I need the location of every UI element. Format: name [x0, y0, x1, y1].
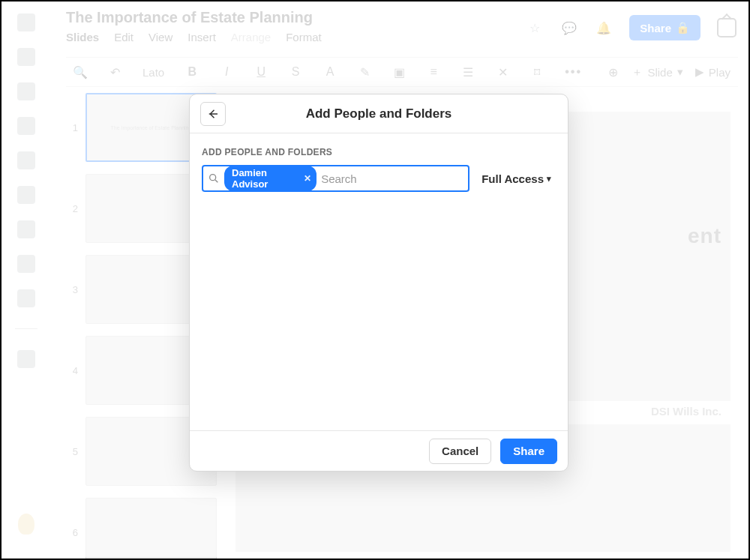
- svg-line-1: [215, 180, 218, 182]
- search-row: Damien Advisor ✕ Full Access ▾: [202, 165, 556, 192]
- modal-title: Add People and Folders: [306, 106, 452, 121]
- chip-label: Damien Advisor: [232, 167, 298, 190]
- share-label: Share: [513, 445, 544, 457]
- modal-body: ADD PEOPLE AND FOLDERS Damien Advisor ✕ …: [190, 133, 568, 430]
- access-label: Full Access: [482, 172, 544, 185]
- chip-remove-icon[interactable]: ✕: [303, 173, 313, 184]
- svg-point-0: [210, 175, 216, 181]
- section-label: ADD PEOPLE AND FOLDERS: [202, 147, 556, 157]
- share-confirm-button[interactable]: Share: [500, 439, 557, 464]
- person-chip: Damien Advisor ✕: [224, 166, 316, 191]
- chevron-down-icon: ▾: [547, 174, 551, 184]
- share-modal: Add People and Folders ADD PEOPLE AND FO…: [189, 94, 568, 472]
- back-button[interactable]: [200, 102, 226, 126]
- arrow-left-icon: [206, 107, 220, 121]
- modal-header: Add People and Folders: [190, 94, 568, 133]
- people-search-box[interactable]: Damien Advisor ✕: [202, 165, 470, 192]
- search-input[interactable]: [321, 172, 464, 185]
- cancel-label: Cancel: [442, 445, 478, 457]
- cancel-button[interactable]: Cancel: [429, 439, 491, 464]
- access-level-dropdown[interactable]: Full Access ▾: [477, 165, 556, 192]
- search-icon: [208, 172, 220, 184]
- modal-footer: Cancel Share: [190, 430, 568, 471]
